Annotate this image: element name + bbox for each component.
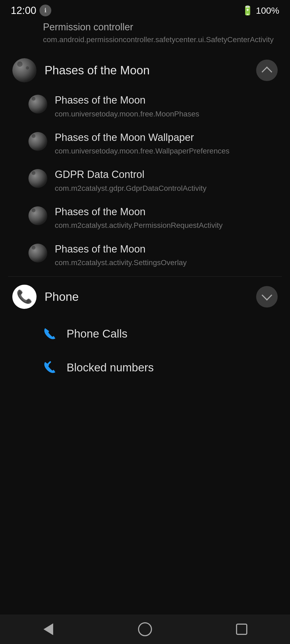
home-button[interactable] [132,621,158,637]
phone-app-icon: 📞 [12,285,37,309]
sub-item-text: Phases of the Moon Wallpaper com.univers… [55,131,278,156]
permission-controller-title: Permission controller [43,21,279,33]
sub-item-package: com.universetoday.moon.free.MoonPhases [55,109,278,119]
phone-calls-icon [40,324,59,343]
moon-icon-large [12,58,37,82]
sub-item-text: Phases of the Moon com.m2catalyst.activi… [55,243,278,268]
sub-item-text: Phases of the Moon com.universetoday.moo… [55,94,278,119]
back-button[interactable] [35,621,62,637]
sub-item-package: com.m2catalyst.gdpr.GdprDataControlActiv… [55,183,278,193]
status-left: 12:00 ℹ [11,5,51,16]
phone-icon: 📞 [16,289,32,304]
list-item[interactable]: Blocked numbers [24,351,282,385]
permission-controller-section: Permission controller com.android.permis… [0,19,290,53]
moon-app-group: Phases of the Moon Phases of the Moon co… [0,53,290,274]
moon-chevron-button[interactable] [256,60,278,81]
chevron-up-icon [263,67,271,74]
moon-group-icon [12,58,37,82]
blocked-numbers-label: Blocked numbers [67,361,154,374]
recents-icon [236,624,247,635]
home-icon [138,622,152,636]
moon-group-title: Phases of the Moon [45,64,256,77]
list-item[interactable]: Phone Calls [24,317,282,351]
list-item[interactable]: Phases of the Moon com.universetoday.moo… [24,88,282,125]
list-item[interactable]: Phases of the Moon com.m2catalyst.activi… [24,237,282,274]
phone-calls-label: Phone Calls [67,327,127,340]
chevron-down-icon [263,293,271,301]
battery-icon: 🔋 [242,5,253,16]
moon-icon-small [28,206,47,225]
phone-group-header[interactable]: 📞 Phone [8,277,282,317]
list-item[interactable]: GDPR Data Control com.m2catalyst.gdpr.Gd… [24,162,282,199]
phone-chevron-button[interactable] [256,286,278,308]
phone-app-group: 📞 Phone Phone Calls [0,277,290,385]
sub-item-title: Phases of the Moon [55,205,278,218]
status-icon: ℹ [39,5,51,16]
recents-button[interactable] [228,621,255,637]
status-right: 🔋 100% [242,5,279,16]
blocked-numbers-icon [40,358,59,377]
sub-item-title: Phases of the Moon [55,243,278,256]
sub-item-package: com.m2catalyst.activity.PermissionReques… [55,220,278,230]
moon-icon-small [28,95,47,114]
sub-item-text: Phases of the Moon com.m2catalyst.activi… [55,205,278,231]
list-item[interactable]: Phases of the Moon com.m2catalyst.activi… [24,199,282,237]
back-icon [44,623,53,635]
sub-item-package: com.universetoday.moon.free.WallpaperPre… [55,146,278,156]
moon-icon-small [28,244,47,262]
moon-icon-small [28,132,47,151]
battery-text: 100% [256,5,279,16]
phone-sub-items: Phone Calls Blocked numbers [8,317,282,385]
phone-group-title: Phone [45,290,256,303]
sub-item-text: GDPR Data Control com.m2catalyst.gdpr.Gd… [55,168,278,193]
moon-icon-small [28,169,47,188]
sub-item-title: Phases of the Moon [55,94,278,107]
status-time: 12:00 [11,5,36,16]
sub-item-title: Phases of the Moon Wallpaper [55,131,278,144]
moon-sub-items: Phases of the Moon com.universetoday.moo… [8,88,282,274]
list-item[interactable]: Phases of the Moon Wallpaper com.univers… [24,125,282,162]
sub-item-package: com.m2catalyst.activity.SettingsOverlay [55,257,278,268]
moon-group-header[interactable]: Phases of the Moon [8,53,282,88]
permission-controller-package: com.android.permissioncontroller.safetyc… [43,34,279,45]
bottom-navigation [0,614,290,644]
sub-item-title: GDPR Data Control [55,168,278,181]
status-bar: 12:00 ℹ 🔋 100% [0,0,290,19]
